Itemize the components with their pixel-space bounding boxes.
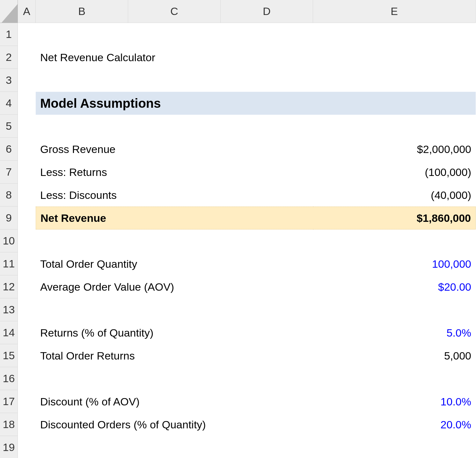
cell-a3[interactable] <box>18 69 36 92</box>
value-net-revenue[interactable]: $1,860,000 <box>313 207 476 229</box>
row-header-16[interactable]: 16 <box>0 367 18 390</box>
cell-b10[interactable] <box>36 229 128 252</box>
label-aov[interactable]: Average Order Value (AOV) <box>36 275 313 298</box>
row-header-13[interactable]: 13 <box>0 298 18 321</box>
value-total-order-qty[interactable]: 100,000 <box>313 252 476 275</box>
row-header-11[interactable]: 11 <box>0 252 18 275</box>
cell-a12[interactable] <box>18 275 36 298</box>
cell-a5[interactable] <box>18 115 36 138</box>
cell-a13[interactable] <box>18 298 36 321</box>
cell-d13[interactable] <box>221 298 313 321</box>
row-header-8[interactable]: 8 <box>0 184 18 207</box>
row-header-19[interactable]: 19 <box>0 436 18 458</box>
cell-d1[interactable] <box>221 23 313 46</box>
svg-marker-0 <box>2 4 18 23</box>
cell-e19[interactable] <box>313 436 476 458</box>
row-header-17[interactable]: 17 <box>0 390 18 413</box>
cell-b1[interactable] <box>36 23 128 46</box>
row-header-1[interactable]: 1 <box>0 23 18 46</box>
cell-e16[interactable] <box>313 367 476 390</box>
value-total-order-returns[interactable]: 5,000 <box>313 344 476 367</box>
cell-a17[interactable] <box>18 390 36 413</box>
col-header-b[interactable]: B <box>36 0 128 23</box>
row-header-14[interactable]: 14 <box>0 321 18 344</box>
label-discount-pct[interactable]: Discount (% of AOV) <box>36 390 313 413</box>
cell-b5[interactable] <box>36 115 128 138</box>
row-header-7[interactable]: 7 <box>0 161 18 184</box>
label-less-returns[interactable]: Less: Returns <box>36 161 313 184</box>
row-header-9[interactable]: 9 <box>0 207 18 229</box>
value-discounted-orders-pct[interactable]: 20.0% <box>313 413 476 436</box>
col-header-e[interactable]: E <box>313 0 476 23</box>
row-header-12[interactable]: 12 <box>0 275 18 298</box>
col-header-c[interactable]: C <box>128 0 221 23</box>
row-header-18[interactable]: 18 <box>0 413 18 436</box>
row-header-3[interactable]: 3 <box>0 69 18 92</box>
cell-a6[interactable] <box>18 138 36 161</box>
row-header-5[interactable]: 5 <box>0 115 18 138</box>
cell-b16[interactable] <box>36 367 128 390</box>
row-header-10[interactable]: 10 <box>0 229 18 252</box>
cell-c13[interactable] <box>128 298 221 321</box>
col-header-a[interactable]: A <box>18 0 36 23</box>
label-gross-revenue[interactable]: Gross Revenue <box>36 138 313 161</box>
cell-a8[interactable] <box>18 184 36 207</box>
label-net-revenue[interactable]: Net Revenue <box>36 207 313 229</box>
cell-c10[interactable] <box>128 229 221 252</box>
cell-d5[interactable] <box>221 115 313 138</box>
cell-a9[interactable] <box>18 207 36 229</box>
cell-a16[interactable] <box>18 367 36 390</box>
row-header-4[interactable]: 4 <box>0 92 18 115</box>
cell-a14[interactable] <box>18 321 36 344</box>
value-gross-revenue[interactable]: $2,000,000 <box>313 138 476 161</box>
cell-a10[interactable] <box>18 229 36 252</box>
cell-a4[interactable] <box>18 92 36 115</box>
cell-a15[interactable] <box>18 344 36 367</box>
cell-a7[interactable] <box>18 161 36 184</box>
label-total-order-qty[interactable]: Total Order Quantity <box>36 252 313 275</box>
cell-e5[interactable] <box>313 115 476 138</box>
cell-a2[interactable] <box>18 46 36 69</box>
row-header-2[interactable]: 2 <box>0 46 18 69</box>
cell-a19[interactable] <box>18 436 36 458</box>
cell-a11[interactable] <box>18 252 36 275</box>
cell-d16[interactable] <box>221 367 313 390</box>
cell-e1[interactable] <box>313 23 476 46</box>
col-header-d[interactable]: D <box>221 0 313 23</box>
select-all-corner[interactable] <box>0 0 18 23</box>
cell-e10[interactable] <box>313 229 476 252</box>
label-less-discounts[interactable]: Less: Discounts <box>36 184 313 207</box>
cell-c5[interactable] <box>128 115 221 138</box>
cell-d19[interactable] <box>221 436 313 458</box>
cell-e13[interactable] <box>313 298 476 321</box>
cell-c1[interactable] <box>128 23 221 46</box>
cell-b3[interactable] <box>36 69 128 92</box>
cell-a18[interactable] <box>18 413 36 436</box>
cell-b13[interactable] <box>36 298 128 321</box>
label-returns-pct[interactable]: Returns (% of Quantity) <box>36 321 313 344</box>
cell-c19[interactable] <box>128 436 221 458</box>
cell-a1[interactable] <box>18 23 36 46</box>
value-aov[interactable]: $20.00 <box>313 275 476 298</box>
value-discount-pct[interactable]: 10.0% <box>313 390 476 413</box>
value-returns-pct[interactable]: 5.0% <box>313 321 476 344</box>
cell-d3[interactable] <box>221 69 313 92</box>
label-total-order-returns[interactable]: Total Order Returns <box>36 344 313 367</box>
cell-b19[interactable] <box>36 436 128 458</box>
label-discounted-orders-pct[interactable]: Discounted Orders (% of Quantity) <box>36 413 313 436</box>
cell-d10[interactable] <box>221 229 313 252</box>
spreadsheet-grid: A B C D E 1 2 Net Revenue Calculator 3 4… <box>0 0 476 458</box>
cell-e3[interactable] <box>313 69 476 92</box>
cell-c16[interactable] <box>128 367 221 390</box>
value-less-discounts[interactable]: (40,000) <box>313 184 476 207</box>
section-header[interactable]: Model Assumptions <box>36 92 476 115</box>
page-title[interactable]: Net Revenue Calculator <box>36 46 476 69</box>
row-header-6[interactable]: 6 <box>0 138 18 161</box>
cell-c3[interactable] <box>128 69 221 92</box>
value-less-returns[interactable]: (100,000) <box>313 161 476 184</box>
row-header-15[interactable]: 15 <box>0 344 18 367</box>
